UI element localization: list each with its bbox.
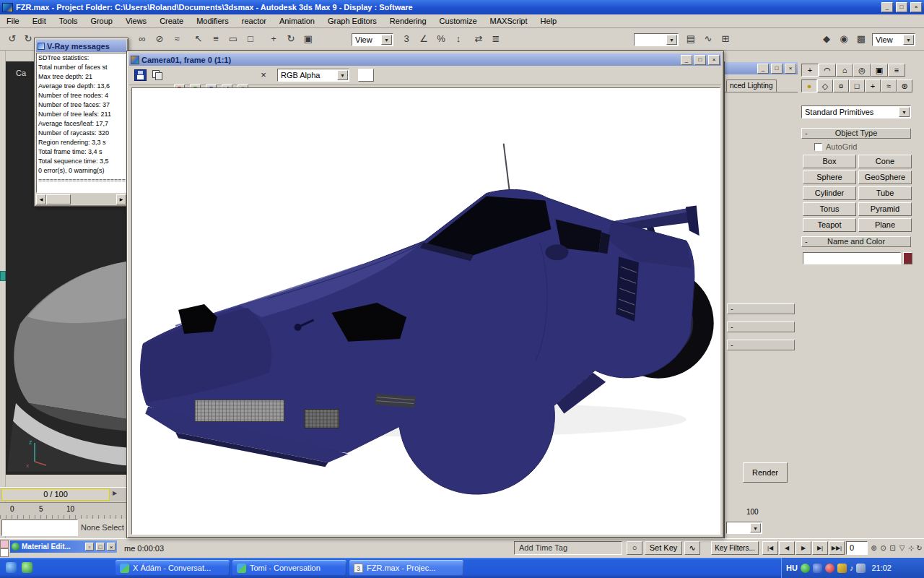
primitive-teapot-button[interactable]: Teapot (803, 218, 856, 232)
maximize-button[interactable]: □ (896, 2, 907, 12)
rollout-bar[interactable]: - (727, 340, 795, 350)
window-crossing-icon[interactable]: □ (243, 32, 258, 48)
tab-advanced-lighting[interactable]: nced Lighting (726, 79, 777, 92)
select-move-icon[interactable]: + (266, 32, 282, 48)
menu-customize[interactable]: Customize (433, 17, 484, 25)
mirror-icon[interactable]: ⇄ (471, 32, 487, 48)
chevron-down-icon[interactable]: ▼ (381, 35, 392, 45)
zoom-extents-icon[interactable]: ⊡ (888, 541, 897, 555)
zoom-icon[interactable]: ⊕ (869, 541, 879, 555)
tab-display[interactable]: ▣ (871, 64, 888, 77)
close-button[interactable]: × (785, 64, 796, 74)
scroll-left-icon[interactable]: ◀ (36, 194, 46, 204)
menu-reactor[interactable]: reactor (235, 17, 273, 25)
mini-listener-pink[interactable] (0, 540, 9, 548)
time-tag-field[interactable]: Add Time Tag (514, 541, 622, 555)
time-slider[interactable]: 0 / 100 (1, 488, 110, 501)
category-geometry[interactable]: ● (801, 79, 817, 92)
menu-modifiers[interactable]: Modifiers (190, 17, 235, 25)
maximize-button[interactable]: □ (771, 64, 783, 74)
go-to-start-button[interactable]: |◀ (762, 541, 778, 555)
category-cameras[interactable]: □ (849, 79, 865, 92)
primitive-geosphere-button[interactable]: GeoSphere (858, 171, 912, 184)
autogrid-checkbox[interactable] (814, 143, 822, 151)
time-slider-next-icon[interactable]: ▶ (113, 490, 117, 496)
taskbar-button-conversation-2[interactable]: Tomi - Conversation (232, 560, 346, 576)
select-scale-icon[interactable]: ▣ (300, 32, 316, 48)
tab-modify[interactable]: ◠ (819, 64, 836, 77)
primitive-pyramid-button[interactable]: Pyramid (858, 202, 912, 216)
minimize-button[interactable]: _ (757, 64, 769, 74)
snap-3d-icon[interactable]: 3 (398, 32, 414, 48)
tray-icon-messenger[interactable] (801, 564, 810, 573)
quick-launch-icon-1[interactable] (6, 562, 17, 573)
category-shapes[interactable]: ◇ (817, 79, 833, 92)
primitive-sphere-button[interactable]: Sphere (803, 171, 856, 184)
previous-frame-button[interactable]: ◀ (779, 541, 795, 555)
material-editor-minimized[interactable]: Material Edit... ▫ □ × (10, 540, 117, 553)
rollout-name-color[interactable]: -Name and Color (801, 236, 911, 247)
scroll-right-icon[interactable]: ▶ (116, 194, 126, 204)
tab-create[interactable]: + (801, 64, 819, 77)
taskbar-button-3dsmax[interactable]: 3 FZR.max - Projec... (349, 560, 463, 576)
percent-snap-icon[interactable]: % (433, 32, 449, 48)
vray-log[interactable]: SDTree statistics: Total number of faces… (36, 53, 126, 193)
rfw-titlebar[interactable]: Camera01, frame 0 (1:1) _ □ × (129, 53, 721, 66)
scroll-thumb[interactable] (46, 194, 71, 204)
spinner-snap-icon[interactable]: ↕ (450, 32, 466, 48)
category-spacewarps[interactable]: ≈ (881, 79, 897, 92)
object-color-swatch[interactable] (903, 252, 912, 264)
angle-snap-icon[interactable]: ∠ (416, 32, 432, 48)
chevron-down-icon[interactable]: ▼ (899, 107, 910, 117)
primitive-tube-button[interactable]: Tube (858, 186, 912, 200)
select-object-icon[interactable]: ↖ (191, 32, 206, 48)
render-setup-icon[interactable]: ▩ (853, 32, 869, 48)
primitive-cylinder-button[interactable]: Cylinder (803, 186, 856, 200)
channel-display-dropdown[interactable]: RGB Alpha▼ (277, 69, 349, 82)
rect-region-icon[interactable]: ▭ (225, 32, 241, 48)
named-selection-dropdown[interactable]: ▼ (634, 33, 679, 46)
primitive-cone-button[interactable]: Cone (858, 155, 912, 168)
key-filters-button[interactable]: Key Filters... (711, 541, 759, 555)
viewport-label[interactable]: Ca (16, 69, 26, 77)
unlink-icon[interactable]: ⊘ (152, 32, 167, 48)
taskbar-button-conversation-1[interactable]: X Ádám - Conversat... (116, 560, 230, 576)
tray-icon-network[interactable] (856, 564, 866, 573)
close-button[interactable]: × (910, 2, 922, 12)
render-button[interactable]: Render (743, 462, 788, 483)
quick-launch-icon-2[interactable] (22, 562, 32, 573)
background-color-swatch[interactable] (358, 69, 374, 82)
menu-animation[interactable]: Animation (273, 17, 321, 25)
primitive-plane-button[interactable]: Plane (858, 218, 912, 232)
select-rotate-icon[interactable]: ↻ (283, 32, 299, 48)
restore-button[interactable]: ▫ (85, 543, 94, 551)
zoom-all-icon[interactable]: ⊙ (879, 541, 888, 555)
menu-edit[interactable]: Edit (26, 17, 53, 25)
render-dialog-titlebar[interactable]: _ □ × (725, 62, 798, 74)
clone-image-icon[interactable] (152, 69, 164, 81)
chevron-down-icon[interactable]: ▼ (750, 523, 761, 532)
set-key-button[interactable]: Set Key (645, 541, 682, 555)
menu-tools[interactable]: Tools (53, 17, 84, 25)
chevron-down-icon[interactable]: ▼ (666, 35, 677, 45)
clear-image-icon[interactable]: × (258, 69, 269, 81)
arc-rotate-icon[interactable]: ↻ (915, 541, 924, 555)
tray-icon-shield[interactable] (837, 564, 847, 573)
close-button[interactable]: × (708, 55, 720, 65)
tray-icon-alert[interactable] (825, 564, 834, 573)
set-key-toggle[interactable]: ○ (627, 541, 642, 555)
language-indicator[interactable]: HU (786, 564, 798, 572)
tab-motion[interactable]: ◎ (853, 64, 871, 77)
rollout-object-type[interactable]: -Object Type (801, 128, 911, 139)
menu-rendering[interactable]: Rendering (383, 17, 433, 25)
primitive-category-dropdown[interactable]: Standard Primitives▼ (801, 105, 911, 118)
align-icon[interactable]: ≣ (488, 32, 504, 48)
menu-graph-editors[interactable]: Graph Editors (321, 17, 383, 25)
chevron-down-icon[interactable]: ▼ (337, 70, 348, 80)
menu-help[interactable]: Help (534, 17, 564, 25)
minimize-button[interactable]: _ (681, 55, 692, 65)
vray-hscrollbar[interactable]: ◀ ▶ (36, 194, 126, 204)
maximize-button[interactable]: □ (694, 55, 706, 65)
material-editor-icon[interactable]: ◉ (836, 32, 852, 48)
tab-utilities[interactable]: ≡ (888, 64, 905, 77)
